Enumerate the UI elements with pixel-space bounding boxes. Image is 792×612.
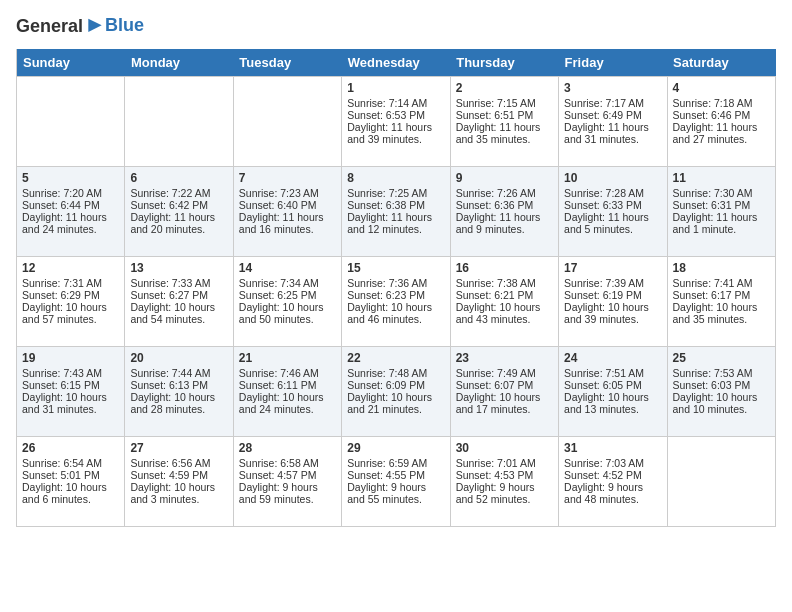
day-number: 26: [22, 441, 119, 455]
day-number: 4: [673, 81, 770, 95]
calendar-cell: 6Sunrise: 7:22 AMSunset: 6:42 PMDaylight…: [125, 166, 233, 256]
day-number: 13: [130, 261, 227, 275]
day-info: Sunrise: 7:30 AM: [673, 187, 770, 199]
day-info: Sunrise: 6:59 AM: [347, 457, 444, 469]
day-info: Daylight: 10 hours and 46 minutes.: [347, 301, 444, 325]
day-info: Sunrise: 7:25 AM: [347, 187, 444, 199]
day-info: Daylight: 9 hours and 55 minutes.: [347, 481, 444, 505]
day-info: Daylight: 10 hours and 35 minutes.: [673, 301, 770, 325]
day-number: 30: [456, 441, 553, 455]
day-number: 25: [673, 351, 770, 365]
logo: General Blue: [16, 16, 144, 39]
day-info: Daylight: 11 hours and 1 minute.: [673, 211, 770, 235]
calendar-cell: 1Sunrise: 7:14 AMSunset: 6:53 PMDaylight…: [342, 76, 450, 166]
day-info: Sunset: 5:01 PM: [22, 469, 119, 481]
day-info: Sunrise: 7:34 AM: [239, 277, 336, 289]
day-info: Sunrise: 7:18 AM: [673, 97, 770, 109]
day-info: Daylight: 11 hours and 20 minutes.: [130, 211, 227, 235]
day-info: Sunrise: 7:15 AM: [456, 97, 553, 109]
day-info: Daylight: 10 hours and 24 minutes.: [239, 391, 336, 415]
calendar-cell: 2Sunrise: 7:15 AMSunset: 6:51 PMDaylight…: [450, 76, 558, 166]
calendar-cell: 15Sunrise: 7:36 AMSunset: 6:23 PMDayligh…: [342, 256, 450, 346]
day-info: Sunset: 6:15 PM: [22, 379, 119, 391]
calendar-cell: 3Sunrise: 7:17 AMSunset: 6:49 PMDaylight…: [559, 76, 667, 166]
day-info: Sunrise: 7:23 AM: [239, 187, 336, 199]
calendar-cell: 28Sunrise: 6:58 AMSunset: 4:57 PMDayligh…: [233, 436, 341, 526]
day-info: Daylight: 10 hours and 3 minutes.: [130, 481, 227, 505]
day-number: 21: [239, 351, 336, 365]
day-info: Sunset: 6:11 PM: [239, 379, 336, 391]
logo-blue: Blue: [105, 15, 144, 35]
day-number: 31: [564, 441, 661, 455]
calendar-cell: 7Sunrise: 7:23 AMSunset: 6:40 PMDaylight…: [233, 166, 341, 256]
calendar-cell: 22Sunrise: 7:48 AMSunset: 6:09 PMDayligh…: [342, 346, 450, 436]
day-info: Daylight: 10 hours and 21 minutes.: [347, 391, 444, 415]
calendar-cell: [125, 76, 233, 166]
day-header-monday: Monday: [125, 49, 233, 77]
calendar-cell: 21Sunrise: 7:46 AMSunset: 6:11 PMDayligh…: [233, 346, 341, 436]
day-info: Daylight: 11 hours and 16 minutes.: [239, 211, 336, 235]
calendar-cell: 4Sunrise: 7:18 AMSunset: 6:46 PMDaylight…: [667, 76, 775, 166]
day-info: Sunset: 4:57 PM: [239, 469, 336, 481]
day-info: Sunset: 6:13 PM: [130, 379, 227, 391]
calendar-table: SundayMondayTuesdayWednesdayThursdayFrid…: [16, 49, 776, 527]
day-number: 1: [347, 81, 444, 95]
day-number: 9: [456, 171, 553, 185]
calendar-cell: 14Sunrise: 7:34 AMSunset: 6:25 PMDayligh…: [233, 256, 341, 346]
day-info: Sunset: 6:44 PM: [22, 199, 119, 211]
calendar-cell: 31Sunrise: 7:03 AMSunset: 4:52 PMDayligh…: [559, 436, 667, 526]
day-info: Sunrise: 7:14 AM: [347, 97, 444, 109]
day-info: Sunset: 6:21 PM: [456, 289, 553, 301]
day-info: Sunrise: 7:41 AM: [673, 277, 770, 289]
day-info: Sunrise: 7:39 AM: [564, 277, 661, 289]
day-number: 29: [347, 441, 444, 455]
calendar-cell: 20Sunrise: 7:44 AMSunset: 6:13 PMDayligh…: [125, 346, 233, 436]
day-info: Sunset: 6:09 PM: [347, 379, 444, 391]
day-info: Daylight: 10 hours and 10 minutes.: [673, 391, 770, 415]
day-info: Daylight: 10 hours and 50 minutes.: [239, 301, 336, 325]
day-number: 28: [239, 441, 336, 455]
day-info: Sunrise: 7:03 AM: [564, 457, 661, 469]
day-info: Daylight: 10 hours and 54 minutes.: [130, 301, 227, 325]
week-row-3: 12Sunrise: 7:31 AMSunset: 6:29 PMDayligh…: [17, 256, 776, 346]
day-info: Sunrise: 7:33 AM: [130, 277, 227, 289]
day-info: Sunrise: 7:26 AM: [456, 187, 553, 199]
day-info: Sunrise: 6:58 AM: [239, 457, 336, 469]
day-info: Sunrise: 7:31 AM: [22, 277, 119, 289]
calendar-cell: 5Sunrise: 7:20 AMSunset: 6:44 PMDaylight…: [17, 166, 125, 256]
day-number: 6: [130, 171, 227, 185]
day-number: 5: [22, 171, 119, 185]
day-info: Sunset: 6:07 PM: [456, 379, 553, 391]
day-info: Sunset: 6:38 PM: [347, 199, 444, 211]
day-info: Daylight: 10 hours and 13 minutes.: [564, 391, 661, 415]
day-info: Sunset: 6:29 PM: [22, 289, 119, 301]
day-info: Sunrise: 7:38 AM: [456, 277, 553, 289]
day-info: Daylight: 10 hours and 28 minutes.: [130, 391, 227, 415]
day-header-sunday: Sunday: [17, 49, 125, 77]
calendar-cell: 16Sunrise: 7:38 AMSunset: 6:21 PMDayligh…: [450, 256, 558, 346]
day-number: 17: [564, 261, 661, 275]
day-info: Sunrise: 7:01 AM: [456, 457, 553, 469]
day-info: Sunset: 6:53 PM: [347, 109, 444, 121]
calendar-cell: 29Sunrise: 6:59 AMSunset: 4:55 PMDayligh…: [342, 436, 450, 526]
day-number: 20: [130, 351, 227, 365]
day-header-tuesday: Tuesday: [233, 49, 341, 77]
calendar-cell: 26Sunrise: 6:54 AMSunset: 5:01 PMDayligh…: [17, 436, 125, 526]
day-number: 8: [347, 171, 444, 185]
day-info: Sunrise: 7:44 AM: [130, 367, 227, 379]
day-info: Sunrise: 6:56 AM: [130, 457, 227, 469]
day-number: 23: [456, 351, 553, 365]
day-number: 11: [673, 171, 770, 185]
header-row: SundayMondayTuesdayWednesdayThursdayFrid…: [17, 49, 776, 77]
day-number: 27: [130, 441, 227, 455]
day-info: Sunrise: 7:43 AM: [22, 367, 119, 379]
day-number: 7: [239, 171, 336, 185]
day-info: Daylight: 11 hours and 31 minutes.: [564, 121, 661, 145]
day-info: Sunset: 6:23 PM: [347, 289, 444, 301]
day-info: Daylight: 11 hours and 39 minutes.: [347, 121, 444, 145]
day-number: 22: [347, 351, 444, 365]
week-row-1: 1Sunrise: 7:14 AMSunset: 6:53 PMDaylight…: [17, 76, 776, 166]
day-info: Sunrise: 7:36 AM: [347, 277, 444, 289]
day-info: Sunset: 6:17 PM: [673, 289, 770, 301]
day-info: Daylight: 10 hours and 31 minutes.: [22, 391, 119, 415]
